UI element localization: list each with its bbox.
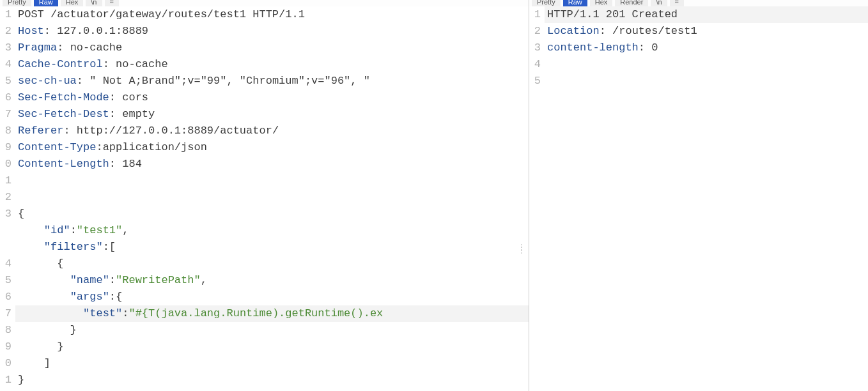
code-line[interactable]: Location: /routes/test1 — [545, 23, 868, 40]
code-token: Referer — [18, 125, 63, 137]
line-number: 0 — [0, 156, 13, 172]
split-container: Pretty Raw Hex \n = 1234567890123 456789… — [0, 0, 868, 391]
code-token: " Not A;Brand";v="99", "Chromium";v="96"… — [89, 75, 370, 87]
code-token: :{ — [109, 291, 122, 303]
code-token: : — [96, 141, 102, 153]
code-line[interactable]: Referer: http://127.0.0.1:8889/actuator/ — [15, 123, 529, 139]
line-number: 2 — [0, 189, 13, 206]
code-token: Cache-Control — [18, 58, 103, 70]
code-line[interactable] — [545, 56, 868, 73]
code-token: "test" — [83, 307, 122, 319]
code-token: sec-ch-ua — [18, 75, 77, 87]
code-token: } — [18, 374, 24, 386]
code-token: Sec-Fetch-Mode — [18, 91, 109, 103]
code-token: : — [109, 158, 122, 170]
request-tab-strip: Pretty Raw Hex \n = — [0, 0, 529, 6]
code-token: } — [18, 324, 77, 336]
tab-raw[interactable]: Raw — [34, 0, 58, 6]
code-line[interactable] — [15, 172, 529, 189]
tab-render[interactable]: Render — [615, 0, 648, 6]
code-token: HTTP/1.1 201 Created — [547, 8, 678, 20]
code-token — [18, 224, 44, 236]
request-editor[interactable]: 1234567890123 45678901 POST /actuator/ga… — [0, 6, 529, 391]
request-panel: Pretty Raw Hex \n = 1234567890123 456789… — [0, 0, 529, 391]
line-number: 4 — [0, 56, 13, 73]
code-token: "args" — [70, 291, 109, 303]
code-line[interactable]: Cache-Control: no-cache — [15, 56, 529, 73]
code-token: : — [57, 42, 70, 54]
code-token: { — [18, 208, 24, 220]
code-line[interactable]: } — [15, 339, 529, 355]
code-line[interactable]: "filters":[ — [15, 239, 529, 256]
code-line[interactable]: Sec-Fetch-Mode: cors — [15, 89, 529, 106]
code-line[interactable]: } — [15, 372, 529, 388]
code-line[interactable]: Sec-Fetch-Dest: empty — [15, 106, 529, 123]
code-token: empty — [122, 108, 155, 120]
line-number: 3 — [0, 40, 13, 56]
code-line[interactable]: Content-Type:application/json — [15, 139, 529, 156]
code-line[interactable]: Host: 127.0.0.1:8889 — [15, 23, 529, 40]
tab-newline[interactable]: \n — [651, 0, 667, 6]
request-code[interactable]: POST /actuator/gateway/routes/test1 HTTP… — [15, 6, 529, 391]
code-line[interactable]: "id":"test1", — [15, 222, 529, 239]
code-line[interactable]: { — [15, 206, 529, 222]
code-line[interactable]: "args":{ — [15, 289, 529, 305]
code-line[interactable]: ] — [15, 355, 529, 372]
line-number: 0 — [0, 355, 13, 372]
code-token: 127.0.0.1:8889 — [57, 25, 148, 37]
code-line[interactable]: HTTP/1.1 201 Created — [545, 6, 868, 23]
code-token: } — [18, 341, 63, 353]
tab-extra[interactable]: = — [670, 0, 684, 6]
code-token: POST /actuator/gateway/routes/test1 HTTP… — [18, 8, 305, 20]
code-token: Host — [18, 25, 44, 37]
code-line[interactable]: POST /actuator/gateway/routes/test1 HTTP… — [15, 6, 529, 23]
code-line[interactable]: "test":"#{T(java.lang.Runtime).getRuntim… — [15, 305, 529, 322]
tab-raw[interactable]: Raw — [563, 0, 587, 6]
line-number: 9 — [0, 339, 13, 355]
tab-extra[interactable]: = — [105, 0, 119, 6]
line-number: 2 — [0, 23, 13, 40]
line-number — [0, 222, 13, 239]
code-token: :[ — [103, 241, 116, 253]
tab-pretty[interactable]: Pretty — [3, 0, 31, 6]
code-token: : — [109, 108, 122, 120]
code-line[interactable]: "name":"RewritePath", — [15, 272, 529, 289]
code-token: "RewritePath" — [116, 274, 201, 286]
tab-hex[interactable]: Hex — [61, 0, 84, 6]
code-token: , — [122, 224, 128, 236]
line-number: 8 — [0, 123, 13, 139]
code-line[interactable]: Pragma: no-cache — [15, 40, 529, 56]
tab-pretty[interactable]: Pretty — [532, 0, 561, 6]
code-line[interactable]: sec-ch-ua: " Not A;Brand";v="99", "Chrom… — [15, 73, 529, 89]
code-line[interactable]: content-length: 0 — [545, 40, 868, 56]
code-token: : — [639, 42, 651, 54]
code-line[interactable]: } — [15, 322, 529, 339]
code-line[interactable]: Content-Length: 184 — [15, 156, 529, 172]
code-line[interactable] — [545, 73, 868, 89]
tab-hex[interactable]: Hex — [590, 0, 613, 6]
code-token: cors — [122, 91, 148, 103]
code-token — [18, 274, 70, 286]
code-token: : — [63, 125, 76, 137]
code-token — [18, 307, 83, 319]
code-token — [18, 241, 44, 253]
response-gutter: 12345 — [529, 6, 545, 391]
line-number: 3 — [529, 40, 542, 56]
code-token — [18, 291, 70, 303]
line-number: 4 — [529, 56, 542, 73]
line-number: 5 — [529, 73, 542, 89]
resize-handle-icon[interactable]: ⋮⋮ — [518, 247, 527, 252]
response-tab-strip: Pretty Raw Hex Render \n = — [529, 0, 868, 6]
code-token: Pragma — [18, 42, 57, 54]
code-line[interactable] — [15, 189, 529, 206]
code-line[interactable]: { — [15, 256, 529, 272]
code-token: : — [109, 274, 116, 286]
response-editor[interactable]: 12345 HTTP/1.1 201 CreatedLocation: /rou… — [529, 6, 868, 391]
tab-newline[interactable]: \n — [86, 0, 102, 6]
code-token: no-cache — [116, 58, 168, 70]
code-token: http://127.0.0.1:8889/actuator/ — [77, 125, 279, 137]
code-token: content-length — [547, 42, 639, 54]
code-token: ] — [18, 357, 50, 369]
line-number: 7 — [0, 305, 13, 322]
line-number: 2 — [529, 23, 542, 40]
